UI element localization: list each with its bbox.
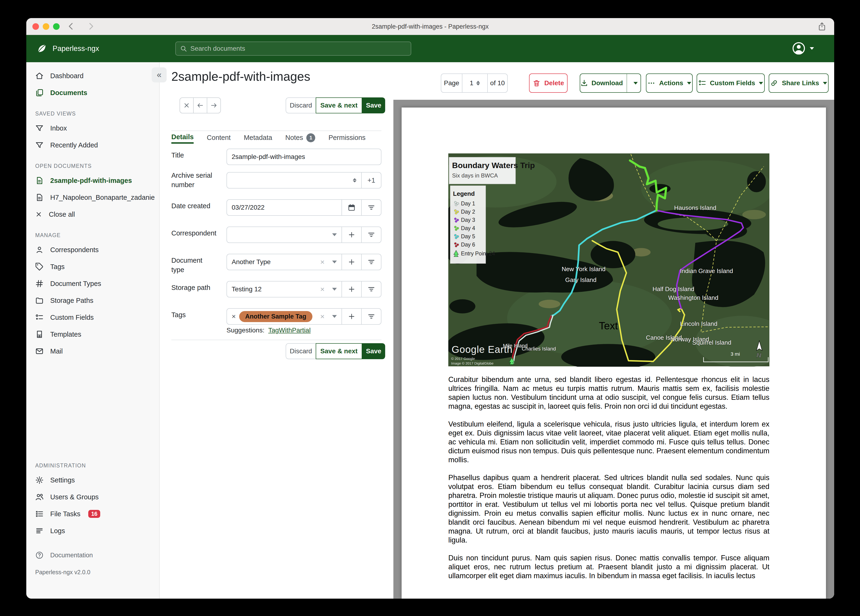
download-dropdown-button[interactable] — [631, 82, 640, 85]
asn-input[interactable] — [227, 173, 361, 188]
previous-document-button[interactable] — [193, 98, 207, 113]
document-type-filter-button[interactable] — [361, 254, 381, 270]
title-input[interactable]: 2sample-pdf-with-images — [227, 149, 381, 165]
remove-tag-icon[interactable]: × — [232, 313, 236, 321]
svg-text:Legend: Legend — [453, 190, 475, 197]
add-document-type-button[interactable] — [342, 254, 361, 270]
trash-icon — [533, 79, 541, 87]
download-button[interactable]: Download — [580, 74, 641, 93]
next-document-button[interactable] — [207, 98, 220, 113]
map-label: New York Island — [562, 266, 606, 273]
page-number-input[interactable]: 1 — [470, 79, 474, 87]
map-label: Squirrel Island — [692, 339, 731, 346]
save-next-button[interactable]: Save & next — [316, 343, 362, 359]
sidebar-item-correspondents[interactable]: Correspondents — [26, 242, 159, 257]
sidebar-item-documentation[interactable]: Documentation — [26, 548, 159, 563]
svg-text:Six days in BWCA: Six days in BWCA — [452, 172, 498, 179]
svg-text:Boundary Waters Trip: Boundary Waters Trip — [452, 161, 535, 170]
map-label: Indian Grave Island — [680, 267, 733, 274]
chevron-down-icon — [810, 47, 814, 50]
clear-icon[interactable]: × — [320, 285, 325, 294]
tab-metadata[interactable]: Metadata — [244, 134, 272, 143]
plus-icon — [348, 258, 356, 266]
close-document-button[interactable] — [180, 98, 193, 113]
sidebar-item-tags[interactable]: Tags — [26, 259, 159, 274]
page-stepper[interactable] — [476, 81, 480, 85]
page-total: of 10 — [488, 74, 507, 92]
delete-button[interactable]: Delete — [529, 74, 568, 93]
sidebar-item-file-tasks[interactable]: File Tasks 16 — [26, 506, 159, 522]
discard-button[interactable]: Discard — [286, 343, 316, 359]
svg-text:Day 3: Day 3 — [461, 217, 475, 223]
correspondent-select[interactable] — [227, 227, 342, 242]
sidebar-item-storage-paths[interactable]: Storage Paths — [26, 293, 159, 308]
custom-fields-icon — [35, 313, 44, 322]
user-menu[interactable] — [792, 42, 814, 55]
chevron-down-icon — [634, 82, 638, 85]
actions-button[interactable]: Actions — [646, 74, 693, 93]
tab-permissions[interactable]: Permissions — [328, 134, 366, 143]
brand[interactable]: Paperless-ngx — [36, 35, 99, 62]
suggestion-tag-link[interactable]: TagWithPartial — [268, 327, 311, 334]
hash-icon — [35, 279, 44, 288]
sidebar-item-dashboard[interactable]: Dashboard — [26, 68, 159, 83]
file-tasks-badge: 16 — [88, 510, 100, 518]
calendar-button[interactable] — [342, 200, 361, 215]
tags-filter-button[interactable] — [361, 309, 381, 324]
discard-button[interactable]: Discard — [286, 97, 316, 113]
map-label: Charlies Island — [522, 346, 556, 352]
save-button[interactable]: Save — [362, 343, 385, 359]
storage-path-filter-button[interactable] — [361, 281, 381, 297]
sidebar-item-close-all[interactable]: Close all — [26, 207, 159, 222]
asn-stepper[interactable] — [353, 178, 356, 182]
sidebar-item-recently-added[interactable]: Recently Added — [26, 138, 159, 152]
clear-icon[interactable]: × — [320, 258, 325, 266]
clear-icon[interactable]: × — [320, 312, 325, 321]
date-created-input[interactable]: 03/27/2022 — [227, 200, 342, 215]
asn-increment-button[interactable]: +1 — [361, 173, 381, 188]
sidebar-collapse-button[interactable]: « — [152, 68, 166, 82]
funnel-icon — [35, 124, 44, 132]
storage-path-select[interactable]: Testing 12 × — [227, 281, 342, 297]
tab-details[interactable]: Details — [171, 133, 194, 144]
gear-icon — [35, 476, 44, 484]
sidebar-item-mail[interactable]: Mail — [26, 344, 159, 359]
correspondent-filter-button[interactable] — [361, 227, 381, 242]
tag-chip[interactable]: Another Sample Tag — [239, 311, 313, 322]
custom-fields-button[interactable]: Custom Fields — [697, 74, 765, 93]
tab-content[interactable]: Content — [207, 134, 231, 143]
sidebar-item-open-doc-2[interactable]: H7_Napoleon_Bonaparte_zadanie — [26, 190, 159, 205]
sidebar-item-open-doc-1[interactable]: 2sample-pdf-with-images — [26, 173, 159, 188]
document-type-select[interactable]: Another Type × — [227, 254, 342, 270]
svg-text:Day 6: Day 6 — [461, 242, 475, 248]
tags-select[interactable]: × Another Sample Tag × — [227, 309, 342, 324]
sidebar-item-documents[interactable]: Documents — [26, 85, 159, 100]
copyright: Image © 2017 DigitalGlobe — [451, 361, 494, 365]
page-title: 2sample-pdf-with-images — [171, 69, 310, 83]
svg-text:Day 2: Day 2 — [461, 209, 475, 215]
sidebar-item-users-groups[interactable]: Users & Groups — [26, 489, 159, 504]
brand-name: Paperless-ngx — [53, 44, 99, 53]
tab-notes[interactable]: Notes1 — [286, 134, 315, 144]
search-input[interactable] — [190, 45, 406, 52]
add-correspondent-button[interactable] — [342, 227, 361, 242]
title-field: 2sample-pdf-with-images — [226, 149, 381, 165]
add-storage-path-button[interactable] — [342, 281, 361, 297]
sidebar-item-inbox[interactable]: Inbox — [26, 121, 159, 136]
save-button[interactable]: Save — [362, 97, 385, 113]
chevron-down-icon — [759, 82, 763, 85]
sidebar-item-templates[interactable]: Templates — [26, 327, 159, 342]
share-links-button[interactable]: Share Links — [769, 74, 829, 93]
sidebar-item-settings[interactable]: Settings — [26, 473, 159, 487]
map-label: Half Dog Island — [653, 286, 694, 292]
add-tag-button[interactable] — [342, 309, 361, 324]
save-next-button[interactable]: Save & next — [316, 97, 362, 113]
close-icon — [183, 102, 190, 109]
document-preview-pane[interactable]: Hausons Island New York Island Gary Isla… — [393, 100, 834, 599]
sidebar-item-custom-fields[interactable]: Custom Fields — [26, 310, 159, 325]
share-icon[interactable] — [817, 22, 827, 31]
sidebar-item-logs[interactable]: Logs — [26, 523, 159, 538]
date-filter-button[interactable] — [361, 200, 381, 215]
sidebar-item-document-types[interactable]: Document Types — [26, 276, 159, 291]
pdf-page: Hausons Island New York Island Gary Isla… — [402, 107, 826, 599]
